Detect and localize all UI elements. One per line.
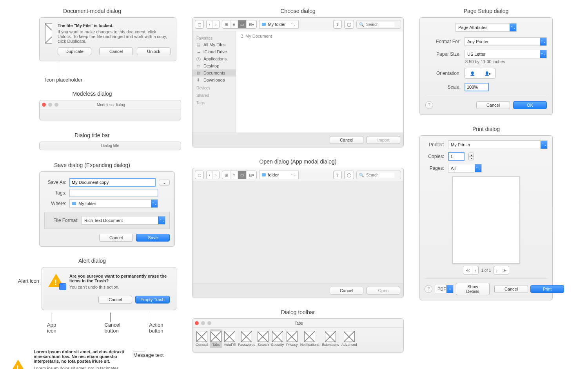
tags-label: Tags: bbox=[44, 190, 66, 196]
copies-input[interactable] bbox=[448, 152, 465, 161]
ok-button[interactable]: OK bbox=[513, 101, 547, 109]
tab-autofill[interactable]: AutoFill bbox=[223, 329, 236, 348]
search-input[interactable] bbox=[365, 173, 394, 178]
portrait-icon[interactable]: 👤 bbox=[465, 68, 480, 78]
sidebar-toggle[interactable]: ▢ bbox=[195, 20, 204, 29]
tab-label: Passwords bbox=[238, 343, 255, 347]
tab-privacy[interactable]: Privacy bbox=[285, 329, 299, 348]
chevron-updown-icon: ⌃⌄ bbox=[290, 23, 296, 26]
tab-icon-placeholder bbox=[344, 331, 355, 342]
modeless-dialog: Modeless dialog bbox=[39, 100, 181, 120]
file-item[interactable]: 🗋 My Document bbox=[240, 34, 399, 38]
choose-dialog: ▢ ‹› ⊞≡▭⊟▾ My folder ⌃⌄ ⇪ ◯ 🔍 Favorites … bbox=[192, 17, 404, 147]
import-button[interactable]: Import bbox=[367, 136, 400, 144]
sidebar-downloads[interactable]: ⬇Downloads bbox=[192, 76, 236, 84]
scale-input[interactable] bbox=[465, 83, 489, 91]
help-button[interactable]: ? bbox=[425, 285, 432, 293]
tab-notifications[interactable]: Notifications bbox=[299, 329, 320, 348]
callout-action-button: Action button bbox=[149, 322, 176, 334]
help-button[interactable]: ? bbox=[425, 101, 433, 109]
desktop-icon: ▭ bbox=[196, 64, 201, 68]
chevron-updown-icon: ⌃⌄ bbox=[290, 173, 296, 177]
chevron-updown-icon: ⌃⌄ bbox=[475, 164, 481, 172]
modeless-title: Modeless dialog bbox=[8, 91, 176, 97]
tags-input[interactable] bbox=[69, 189, 158, 197]
tags-button[interactable]: ◯ bbox=[344, 171, 354, 179]
tab-icon-placeholder bbox=[304, 331, 315, 342]
apps-icon: Ⓐ bbox=[196, 56, 201, 61]
tab-extensions[interactable]: Extensions bbox=[321, 329, 340, 348]
open-cancel-button[interactable]: Cancel bbox=[330, 287, 363, 294]
path-select[interactable]: folder ⌃⌄ bbox=[259, 171, 299, 179]
share-button[interactable]: ⇪ bbox=[333, 20, 342, 29]
page-next-last[interactable]: ›≫ bbox=[494, 266, 509, 274]
window-controls[interactable] bbox=[40, 100, 61, 109]
window-controls[interactable] bbox=[192, 319, 214, 327]
orientation-buttons[interactable]: 👤 👤▸ bbox=[465, 68, 495, 79]
where-select[interactable]: My folder ⌃⌄ bbox=[69, 199, 158, 208]
print-cancel-button[interactable]: Cancel bbox=[494, 285, 528, 293]
formatfor-select[interactable]: Any Printer⌃⌄ bbox=[465, 37, 547, 46]
view-mode[interactable]: ⊞≡▭⊟▾ bbox=[222, 171, 257, 179]
save-button[interactable]: Save bbox=[136, 234, 170, 242]
pdf-menu[interactable]: PDF▾ bbox=[435, 285, 454, 293]
pages-select[interactable]: All⌃⌄ bbox=[448, 164, 482, 173]
landscape-icon[interactable]: 👤▸ bbox=[480, 68, 495, 78]
cloud-icon: ☁ bbox=[196, 49, 201, 54]
print-button[interactable]: Print bbox=[530, 285, 564, 293]
tab-security[interactable]: Security bbox=[270, 329, 285, 348]
downloads-icon: ⬇ bbox=[196, 78, 201, 82]
search-icon: 🔍 bbox=[359, 173, 364, 177]
chevron-updown-icon: ⌃⌄ bbox=[151, 200, 158, 207]
path-value: folder bbox=[268, 173, 279, 177]
open-title: Open dialog (App modal dialog) bbox=[192, 158, 404, 165]
sidebar-documents[interactable]: 🗎Documents bbox=[192, 69, 236, 76]
back-icon[interactable]: ‹ bbox=[207, 20, 213, 28]
choose-cancel-button[interactable]: Cancel bbox=[330, 136, 363, 144]
sidebar-icloud[interactable]: ☁iCloud Drive bbox=[192, 48, 236, 55]
tab-search[interactable]: Search bbox=[257, 329, 270, 348]
tab-icon-placeholder bbox=[258, 331, 269, 342]
sidebar-desktop[interactable]: ▭Desktop bbox=[192, 62, 236, 69]
nav-buttons[interactable]: ‹› bbox=[206, 20, 220, 29]
saveas-input[interactable] bbox=[69, 178, 156, 187]
share-icon: ⇪ bbox=[334, 20, 341, 28]
path-select[interactable]: My folder ⌃⌄ bbox=[259, 20, 299, 29]
view-mode[interactable]: ⊞≡▭⊟▾ bbox=[222, 20, 257, 29]
unlock-button[interactable]: Unlock bbox=[137, 47, 171, 55]
papersize-hint: 8.50 by 11.00 inches bbox=[465, 59, 547, 64]
message-text: Lorem ipsum dolor sit amet, ad eius detr… bbox=[34, 349, 128, 364]
tab-tabs[interactable]: Tabs bbox=[210, 329, 222, 348]
pageattrs-select[interactable]: Page Attributes ⌃⌄ bbox=[456, 23, 517, 32]
duplicate-button[interactable]: Duplicate bbox=[58, 47, 91, 55]
save-cancel-button[interactable]: Cancel bbox=[99, 234, 133, 242]
papersize-select[interactable]: US Letter⌃⌄ bbox=[465, 50, 547, 58]
sidebar-toggle[interactable]: ▢ bbox=[195, 171, 204, 179]
tab-passwords[interactable]: Passwords bbox=[237, 329, 256, 348]
search-input[interactable] bbox=[365, 22, 394, 27]
tab-general[interactable]: General bbox=[195, 329, 209, 348]
page-first-prev[interactable]: ≪‹ bbox=[463, 266, 479, 274]
app-icon bbox=[59, 283, 66, 290]
pagesetup-cancel-button[interactable]: Cancel bbox=[476, 101, 510, 109]
scale-label: Scale: bbox=[425, 84, 461, 90]
printer-select[interactable]: My Printer⌃⌄ bbox=[448, 140, 548, 149]
nav-buttons[interactable]: ‹› bbox=[206, 171, 220, 179]
forward-icon[interactable]: › bbox=[213, 20, 219, 28]
fileformat-select[interactable]: Rich Text Document ⌃⌄ bbox=[82, 216, 165, 225]
cancel-button[interactable]: Cancel bbox=[99, 47, 133, 55]
alert-action-button[interactable]: Empty Trash bbox=[135, 296, 170, 304]
share-button[interactable]: ⇪ bbox=[333, 171, 342, 179]
toolbar-window-title: Tabs bbox=[214, 321, 384, 325]
titlebar: Dialog title bbox=[39, 142, 181, 150]
tags-button[interactable]: ◯ bbox=[344, 20, 354, 29]
alert-cancel-button[interactable]: Cancel bbox=[98, 296, 132, 304]
copies-label: Copies: bbox=[425, 154, 444, 159]
copies-stepper[interactable]: ▴▾ bbox=[468, 153, 474, 160]
open-button[interactable]: Open bbox=[367, 287, 400, 294]
expand-button[interactable]: ⌄ bbox=[159, 180, 170, 185]
sidebar-applications[interactable]: ⒶApplications bbox=[192, 55, 236, 62]
tab-advanced[interactable]: Advanced bbox=[341, 329, 358, 348]
show-details-button[interactable]: Show Details bbox=[456, 283, 490, 295]
sidebar-allmyfiles[interactable]: ▤All My Files bbox=[192, 41, 236, 48]
